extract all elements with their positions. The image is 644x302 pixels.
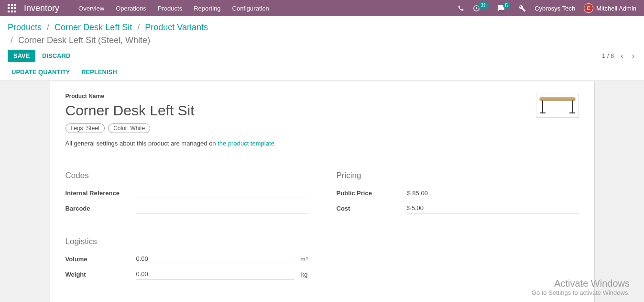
- public-price-label: Public Price: [337, 190, 407, 197]
- svg-rect-4: [11, 7, 13, 9]
- breadcrumb-sep: /: [137, 22, 140, 32]
- right-column: Pricing Public Price $ 85.00 Cost $: [337, 171, 579, 284]
- svg-rect-2: [14, 4, 16, 6]
- cost-input[interactable]: [411, 203, 579, 213]
- barcode-input[interactable]: [136, 203, 308, 213]
- replenish-button[interactable]: REPLENISH: [81, 68, 117, 76]
- form-sheet: Product Name Corner Desk Left Sit Legs: …: [50, 81, 595, 302]
- control-panel: Products / Corner Desk Left Sit / Produc…: [0, 16, 644, 81]
- svg-rect-7: [11, 11, 13, 12]
- save-button[interactable]: SAVE: [8, 50, 35, 62]
- svg-rect-8: [14, 11, 16, 12]
- barcode-label: Barcode: [65, 205, 136, 212]
- weight-unit: kg: [297, 271, 308, 278]
- nav-menu-products[interactable]: Products: [158, 5, 182, 12]
- action-row: UPDATE QUANTITY REPLENISH: [8, 67, 636, 80]
- product-name: Corner Desk Left Sit: [65, 102, 579, 119]
- activities-icon[interactable]: 31: [473, 5, 488, 12]
- breadcrumb-current: Corner Desk Left Sit (Steel, White): [18, 35, 150, 45]
- info-text: All general settings about this product …: [65, 140, 579, 147]
- apps-icon[interactable]: [8, 4, 16, 12]
- breadcrumb: Products / Corner Desk Left Sit / Produc…: [8, 21, 636, 47]
- variant-tags: Legs: Steel Color: White: [65, 123, 579, 133]
- internal-reference-label: Internal Reference: [65, 190, 136, 197]
- svg-rect-6: [8, 11, 10, 12]
- product-image[interactable]: [536, 93, 579, 118]
- svg-rect-10: [540, 98, 575, 101]
- update-quantity-button[interactable]: UPDATE QUANTITY: [11, 68, 70, 76]
- breadcrumb-sep: /: [11, 35, 13, 45]
- app-brand[interactable]: Inventory: [24, 3, 59, 13]
- product-template-link[interactable]: the product template.: [218, 140, 276, 147]
- breadcrumb-sep: /: [47, 22, 49, 32]
- product-name-label: Product Name: [65, 93, 579, 100]
- messages-badge: 5: [503, 2, 511, 9]
- navbar: Inventory Overview Operations Products R…: [0, 0, 644, 16]
- breadcrumb-variants[interactable]: Product Variants: [145, 22, 208, 32]
- internal-reference-input[interactable]: [136, 188, 308, 198]
- volume-label: Volume: [65, 256, 136, 263]
- tag-legs: Legs: Steel: [65, 123, 105, 133]
- control-row: SAVE DISCARD 1 / 8 ‹ ›: [8, 50, 636, 62]
- company-switcher[interactable]: Cybrosys Tech: [535, 5, 575, 12]
- section-logistics-title: Logistics: [65, 237, 308, 246]
- cost-label: Cost: [337, 205, 407, 212]
- svg-rect-0: [8, 4, 10, 6]
- section-codes-title: Codes: [65, 171, 308, 180]
- tag-color: Color: White: [108, 123, 150, 133]
- section-pricing-title: Pricing: [337, 171, 579, 180]
- user-menu[interactable]: C Mitchell Admin: [584, 3, 636, 13]
- svg-rect-3: [8, 7, 10, 9]
- cost-prefix: $: [407, 204, 411, 212]
- phone-icon[interactable]: [458, 5, 464, 11]
- weight-label: Weight: [65, 271, 136, 278]
- left-column: Codes Internal Reference Barcode Logisti…: [65, 171, 308, 284]
- volume-input[interactable]: [136, 254, 295, 264]
- nav-menu-overview[interactable]: Overview: [78, 5, 104, 12]
- nav-menu: Overview Operations Products Reporting C…: [78, 5, 458, 12]
- messages-icon[interactable]: 5: [497, 4, 511, 12]
- pager: 1 / 8 ‹ ›: [602, 52, 636, 60]
- volume-unit: m³: [297, 256, 308, 263]
- breadcrumb-template[interactable]: Corner Desk Left Sit: [55, 22, 132, 32]
- nav-menu-operations[interactable]: Operations: [116, 5, 146, 12]
- pager-text[interactable]: 1 / 8: [602, 52, 614, 59]
- user-avatar-icon: C: [584, 3, 593, 13]
- info-prefix: All general settings about this product …: [65, 140, 218, 147]
- nav-menu-configuration[interactable]: Configuration: [232, 5, 269, 12]
- pager-prev-icon[interactable]: ‹: [619, 52, 625, 60]
- weight-input[interactable]: [136, 269, 295, 280]
- svg-rect-5: [14, 7, 16, 9]
- pager-next-icon[interactable]: ›: [630, 52, 636, 60]
- public-price-value: $ 85.00: [407, 190, 579, 197]
- discard-button[interactable]: DISCARD: [42, 52, 70, 59]
- svg-rect-1: [11, 4, 13, 6]
- main: Product Name Corner Desk Left Sit Legs: …: [0, 81, 644, 302]
- activities-badge: 31: [478, 2, 488, 9]
- nav-right: 31 5 Cybrosys Tech C Mitchell Admin: [458, 3, 636, 13]
- nav-menu-reporting[interactable]: Reporting: [194, 5, 220, 12]
- breadcrumb-products[interactable]: Products: [8, 22, 42, 32]
- user-name: Mitchell Admin: [596, 5, 636, 12]
- tools-icon[interactable]: [519, 5, 526, 12]
